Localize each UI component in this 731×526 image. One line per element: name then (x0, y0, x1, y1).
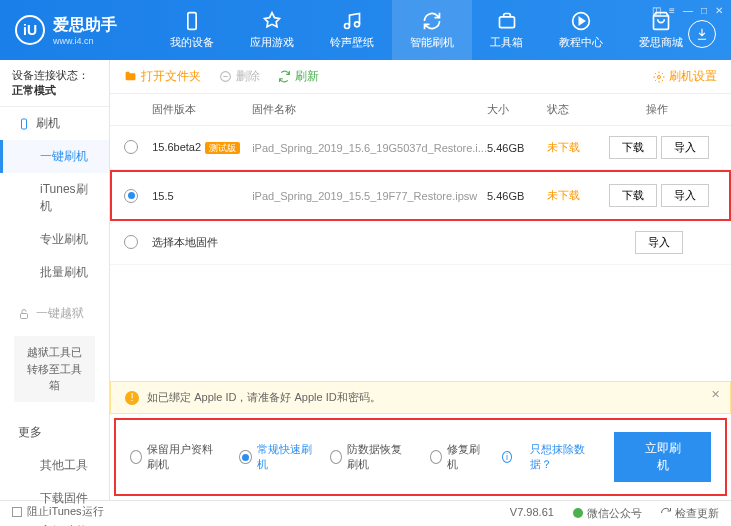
logo-icon: iU (15, 15, 45, 45)
app-header: iU 爱思助手 www.i4.cn 我的设备 应用游戏 铃声壁纸 智能刷机 工具… (0, 0, 731, 60)
sidebar-item-batch[interactable]: 批量刷机 (0, 256, 109, 289)
svg-rect-3 (499, 16, 514, 27)
opt-keepdata[interactable]: 保留用户资料刷机 (130, 442, 221, 472)
appleid-notice: ! 如已绑定 Apple ID，请准备好 Apple ID和密码。 ✕ (110, 381, 731, 414)
nav-apps[interactable]: 应用游戏 (232, 0, 312, 60)
svg-point-2 (355, 21, 360, 26)
nav-flash[interactable]: 智能刷机 (392, 0, 472, 60)
opt-quick[interactable]: 常规快速刷机 (239, 442, 312, 472)
opt-repair[interactable]: 修复刷机 (430, 442, 484, 472)
opt-antirestore[interactable]: 防数据恢复刷机 (330, 442, 412, 472)
sidebar-group-more[interactable]: 更多 (0, 416, 109, 449)
toolbar-settings[interactable]: 刷机设置 (653, 68, 717, 85)
svg-rect-7 (21, 313, 28, 318)
firmware-row[interactable]: 15.6beta2测试版 iPad_Spring_2019_15.6_19G50… (110, 126, 731, 170)
radio-checked[interactable] (124, 189, 138, 203)
checkbox-block-itunes[interactable]: 阻止iTunes运行 (12, 504, 104, 519)
nav-tutorials[interactable]: 教程中心 (541, 0, 621, 60)
svg-rect-6 (22, 119, 27, 129)
firmware-table-header: 固件版本 固件名称 大小 状态 操作 (110, 94, 731, 126)
erase-only-link[interactable]: 只想抹除数据？ (530, 442, 596, 472)
jailbreak-moved-notice: 越狱工具已转移至工具箱 (14, 336, 95, 402)
toolbar-delete[interactable]: 删除 (219, 68, 260, 85)
info-icon[interactable]: i (502, 451, 513, 463)
app-url: www.i4.cn (53, 36, 117, 46)
import-button[interactable]: 导入 (661, 136, 709, 159)
svg-point-10 (658, 75, 661, 78)
firmware-row-selected[interactable]: 15.5 iPad_Spring_2019_15.5_19F77_Restore… (110, 170, 731, 221)
nav-device[interactable]: 我的设备 (152, 0, 232, 60)
sidebar-group-flash[interactable]: 刷机 (0, 107, 109, 140)
sidebar-group-jailbreak[interactable]: 一键越狱 (0, 297, 109, 330)
nav-toolbox[interactable]: 工具箱 (472, 0, 541, 60)
version-label: V7.98.61 (510, 506, 554, 521)
svg-rect-0 (188, 12, 196, 29)
footer: 阻止iTunes运行 V7.98.61 微信公众号 检查更新 (0, 500, 731, 526)
close-notice-icon[interactable]: ✕ (711, 388, 720, 401)
import-button[interactable]: 导入 (661, 184, 709, 207)
svg-point-1 (345, 23, 350, 28)
radio-unchecked[interactable] (124, 235, 138, 249)
sidebar: 设备连接状态：正常模式 刷机 一键刷机 iTunes刷机 专业刷机 批量刷机 一… (0, 60, 110, 500)
menu-icon[interactable]: ≡ (669, 5, 675, 16)
app-name: 爱思助手 (53, 16, 117, 33)
flash-now-button[interactable]: 立即刷机 (614, 432, 711, 482)
nav-ringtones[interactable]: 铃声壁纸 (312, 0, 392, 60)
radio-unchecked[interactable] (124, 140, 138, 154)
close-icon[interactable]: ✕ (715, 5, 723, 16)
minimize-icon[interactable]: — (683, 5, 693, 16)
download-manager-icon[interactable] (688, 20, 716, 48)
app-logo: iU 爱思助手 www.i4.cn (0, 15, 132, 46)
skin-icon[interactable]: ◫ (652, 5, 661, 16)
main-nav: 我的设备 应用游戏 铃声壁纸 智能刷机 工具箱 教程中心 爱思商城 (152, 0, 731, 60)
firmware-row-local[interactable]: 选择本地固件 导入 (110, 221, 731, 265)
warning-icon: ! (125, 391, 139, 405)
maximize-icon[interactable]: □ (701, 5, 707, 16)
toolbar-open-folder[interactable]: 打开文件夹 (124, 68, 201, 85)
sidebar-item-itunes[interactable]: iTunes刷机 (0, 173, 109, 223)
download-button[interactable]: 下载 (609, 184, 657, 207)
svg-point-11 (573, 508, 583, 518)
toolbar-refresh[interactable]: 刷新 (278, 68, 319, 85)
import-button[interactable]: 导入 (635, 231, 683, 254)
sidebar-item-pro[interactable]: 专业刷机 (0, 223, 109, 256)
wechat-link[interactable]: 微信公众号 (572, 506, 642, 521)
sidebar-item-oneclick[interactable]: 一键刷机 (0, 140, 109, 173)
sidebar-item-othertools[interactable]: 其他工具 (0, 449, 109, 482)
toolbar: 打开文件夹 删除 刷新 刷机设置 (110, 60, 731, 94)
window-controls: ◫ ≡ — □ ✕ (652, 5, 723, 16)
main-panel: 打开文件夹 删除 刷新 刷机设置 固件版本 固件名称 大小 状态 操作 15.6… (110, 60, 731, 500)
flash-options: 保留用户资料刷机 常规快速刷机 防数据恢复刷机 修复刷机 i 只想抹除数据？ 立… (114, 418, 727, 496)
download-button[interactable]: 下载 (609, 136, 657, 159)
check-update-link[interactable]: 检查更新 (660, 506, 719, 521)
connection-status: 设备连接状态：正常模式 (0, 60, 109, 107)
svg-marker-5 (579, 17, 584, 24)
